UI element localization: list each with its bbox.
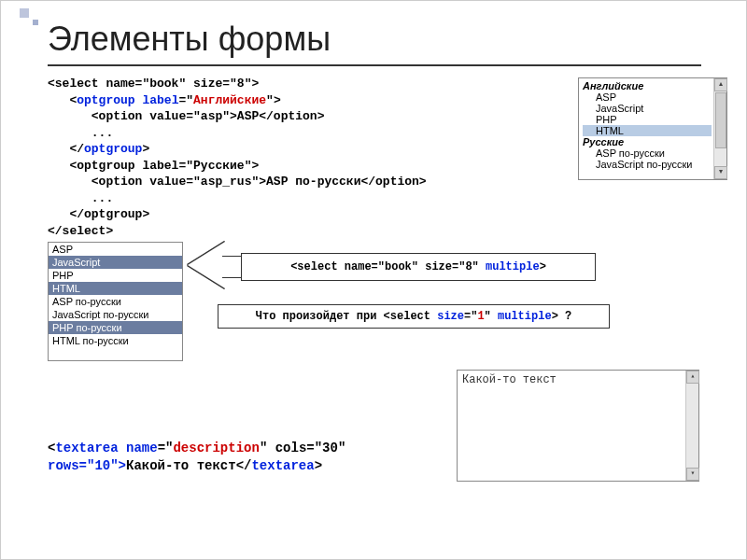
list-item[interactable]: ASP по-русски bbox=[583, 147, 712, 159]
list-item[interactable]: ASP bbox=[583, 91, 712, 103]
decor-squares bbox=[20, 8, 38, 25]
list-item[interactable]: PHP bbox=[583, 114, 712, 125]
textarea-text: Какой-то текст bbox=[462, 373, 557, 386]
list-item[interactable]: JavaScript bbox=[49, 256, 182, 269]
list-item[interactable]: HTML по-русски bbox=[49, 334, 182, 347]
select-optgroup-render[interactable]: Английские ASP JavaScript PHP HTML Русск… bbox=[578, 77, 727, 180]
scrollbar[interactable]: ▴ ▾ bbox=[685, 371, 698, 481]
code-textarea: <textarea name="description" cols="30" r… bbox=[48, 440, 345, 475]
title-underline bbox=[48, 64, 701, 66]
question-box: Что произойдет при <select size="1" mult… bbox=[218, 304, 610, 329]
list-item[interactable]: HTML bbox=[49, 282, 182, 295]
scroll-down-icon[interactable]: ▾ bbox=[714, 166, 727, 179]
arrow-stem bbox=[222, 256, 243, 278]
scroll-up-icon[interactable]: ▴ bbox=[686, 371, 699, 384]
list-item[interactable]: JavaScript по-русски bbox=[49, 308, 182, 321]
textarea-render[interactable]: Какой-то текст ▴ ▾ bbox=[457, 370, 699, 482]
code-select-optgroup: <select name="book" size="8"> <optgroup … bbox=[48, 76, 427, 239]
list-item[interactable]: ASP bbox=[49, 243, 182, 256]
optgroup-label: Русские bbox=[583, 136, 712, 147]
code-select-multiple: <select name="book" size="8" multiple> bbox=[241, 253, 596, 281]
list-item[interactable]: JavaScript по-русски bbox=[583, 159, 712, 170]
scrollbar[interactable]: ▴ ▾ bbox=[713, 78, 726, 179]
optgroup-label: Английские bbox=[583, 80, 712, 91]
scroll-down-icon[interactable]: ▾ bbox=[686, 468, 699, 481]
list-item[interactable]: PHP bbox=[49, 269, 182, 282]
list-item[interactable]: ASP по-русски bbox=[49, 295, 182, 308]
select-multiple-render[interactable]: ASPJavaScriptPHPHTMLASP по-русскиJavaScr… bbox=[48, 242, 183, 361]
list-item[interactable]: JavaScript bbox=[583, 103, 712, 114]
list-item[interactable]: HTML bbox=[583, 125, 712, 136]
scroll-thumb[interactable] bbox=[715, 92, 726, 148]
scroll-up-icon[interactable]: ▴ bbox=[714, 78, 727, 91]
arrow-left-icon bbox=[188, 242, 225, 288]
page-title: Элементы формы bbox=[48, 20, 331, 59]
list-item[interactable]: PHP по-русски bbox=[49, 321, 182, 334]
